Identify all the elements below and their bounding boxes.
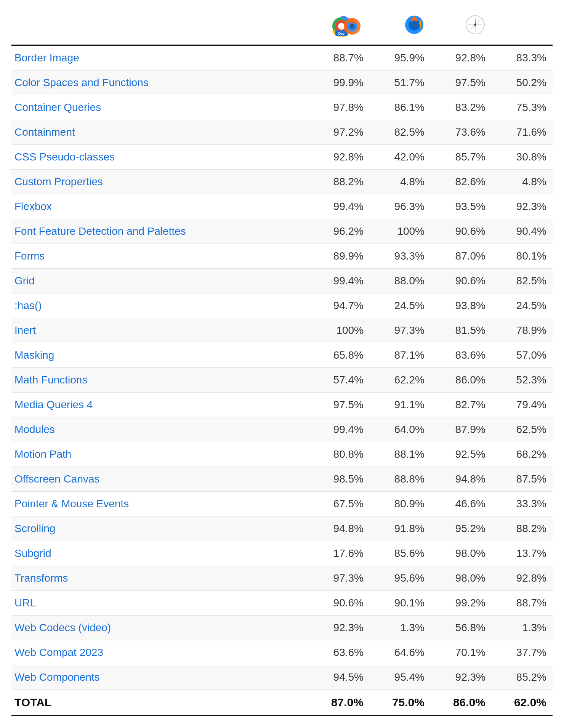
row-chrome-value: 94.5% — [309, 665, 370, 690]
row-safari-value: 99.2% — [431, 591, 492, 616]
row-name[interactable]: Containment — [11, 120, 309, 145]
row-name[interactable]: Web Compat 2023 — [11, 640, 309, 665]
row-firefox-value: 97.3% — [370, 318, 431, 343]
table-row: Inert100%97.3%81.5%78.9% — [11, 318, 553, 343]
row-name[interactable]: Web Codecs (video) — [11, 616, 309, 640]
row-firefox-value: 64.0% — [370, 417, 431, 442]
row-interop-value: 79.4% — [492, 393, 553, 417]
row-interop-value: 57.0% — [492, 343, 553, 368]
row-chrome-value: 90.6% — [309, 591, 370, 616]
svg-text:Dev: Dev — [338, 32, 345, 35]
table-row: Container Queries97.8%86.1%83.2%75.3% — [11, 95, 553, 120]
row-name[interactable]: Subgrid — [11, 541, 309, 566]
row-name[interactable]: Flexbox — [11, 194, 309, 219]
table-row: Color Spaces and Functions99.9%51.7%97.5… — [11, 71, 553, 95]
row-firefox-value: 42.0% — [370, 145, 431, 170]
row-firefox-value: 86.1% — [370, 95, 431, 120]
row-firefox-value: 88.0% — [370, 269, 431, 293]
row-name[interactable]: Transforms — [11, 566, 309, 591]
row-firefox-value: 88.8% — [370, 467, 431, 492]
table-row: URL90.6%90.1%99.2%88.7% — [11, 591, 553, 616]
row-name[interactable]: CSS Pseudo-classes — [11, 145, 309, 170]
row-name[interactable]: Forms — [11, 244, 309, 269]
total-row: TOTAL87.0%75.0%86.0%62.0% — [11, 690, 553, 716]
row-name[interactable]: Border Image — [11, 45, 309, 71]
table-row: Web Codecs (video)92.3%1.3%56.8%1.3% — [11, 616, 553, 640]
row-chrome-value: 99.9% — [309, 71, 370, 95]
row-name[interactable]: Color Spaces and Functions — [11, 71, 309, 95]
row-interop-value: 37.7% — [492, 640, 553, 665]
row-interop-value: 88.7% — [492, 591, 553, 616]
row-chrome-value: 99.4% — [309, 417, 370, 442]
table-row: Custom Properties88.2%4.8%82.6%4.8% — [11, 170, 553, 194]
row-interop-value: 52.3% — [492, 368, 553, 393]
row-firefox-value: 90.1% — [370, 591, 431, 616]
row-name[interactable]: Grid — [11, 269, 309, 293]
row-name[interactable]: Scrolling — [11, 516, 309, 541]
table-row: Grid99.4%88.0%90.6%82.5% — [11, 269, 553, 293]
row-interop-value: 24.5% — [492, 293, 553, 318]
table-row: Pointer & Mouse Events67.5%80.9%46.6%33.… — [11, 492, 553, 516]
row-interop-value: 68.2% — [492, 442, 553, 467]
total-interop-value: 62.0% — [492, 690, 553, 716]
row-interop-value: 87.5% — [492, 467, 553, 492]
row-safari-value: 70.1% — [431, 640, 492, 665]
row-safari-value: 93.8% — [431, 293, 492, 318]
row-chrome-value: 97.3% — [309, 566, 370, 591]
row-safari-value: 98.0% — [431, 541, 492, 566]
row-name[interactable]: Custom Properties — [11, 170, 309, 194]
table-row: CSS Pseudo-classes92.8%42.0%85.7%30.8% — [11, 145, 553, 170]
column-header-firefox — [370, 8, 431, 45]
row-firefox-value: 51.7% — [370, 71, 431, 95]
table-row: Scrolling94.8%91.8%95.2%88.2% — [11, 516, 553, 541]
row-name[interactable]: Masking — [11, 343, 309, 368]
row-interop-value: 83.3% — [492, 45, 553, 71]
row-interop-value: 92.8% — [492, 566, 553, 591]
row-firefox-value: 80.9% — [370, 492, 431, 516]
row-name[interactable]: Offscreen Canvas — [11, 467, 309, 492]
row-name[interactable]: Media Queries 4 — [11, 393, 309, 417]
row-name[interactable]: Math Functions — [11, 368, 309, 393]
safari-icon — [465, 14, 485, 35]
row-interop-value: 1.3% — [492, 616, 553, 640]
row-firefox-value: 1.3% — [370, 616, 431, 640]
row-name[interactable]: Font Feature Detection and Palettes — [11, 219, 309, 244]
row-chrome-value: 97.2% — [309, 120, 370, 145]
row-safari-value: 94.8% — [431, 467, 492, 492]
total-firefox-value: 75.0% — [370, 690, 431, 716]
row-name[interactable]: Inert — [11, 318, 309, 343]
row-name[interactable]: Motion Path — [11, 442, 309, 467]
row-name[interactable]: Web Components — [11, 665, 309, 690]
row-name[interactable]: Modules — [11, 417, 309, 442]
row-interop-value: 78.9% — [492, 318, 553, 343]
column-header-safari — [431, 8, 492, 45]
row-name[interactable]: Pointer & Mouse Events — [11, 492, 309, 516]
row-safari-value: 92.3% — [431, 665, 492, 690]
row-chrome-value: 97.8% — [309, 95, 370, 120]
row-chrome-value: 80.8% — [309, 442, 370, 467]
row-safari-value: 92.8% — [431, 45, 492, 71]
firefox-icon — [404, 14, 425, 35]
svg-point-18 — [474, 24, 476, 26]
row-chrome-value: 94.8% — [309, 516, 370, 541]
row-firefox-value: 88.1% — [370, 442, 431, 467]
row-interop-value: 13.7% — [492, 541, 553, 566]
table-row: Flexbox99.4%96.3%93.5%92.3% — [11, 194, 553, 219]
table-row: Masking65.8%87.1%83.6%57.0% — [11, 343, 553, 368]
row-firefox-value: 93.3% — [370, 244, 431, 269]
row-safari-value: 87.0% — [431, 244, 492, 269]
row-chrome-value: 100% — [309, 318, 370, 343]
row-name[interactable]: Container Queries — [11, 95, 309, 120]
row-interop-value: 71.6% — [492, 120, 553, 145]
row-interop-value: 88.2% — [492, 516, 553, 541]
row-interop-value: 75.3% — [492, 95, 553, 120]
row-name[interactable]: :has() — [11, 293, 309, 318]
row-name[interactable]: URL — [11, 591, 309, 616]
row-safari-value: 98.0% — [431, 566, 492, 591]
row-chrome-value: 98.5% — [309, 467, 370, 492]
row-safari-value: 87.9% — [431, 417, 492, 442]
table-row: Containment97.2%82.5%73.6%71.6% — [11, 120, 553, 145]
row-safari-value: 90.6% — [431, 219, 492, 244]
row-firefox-value: 100% — [370, 219, 431, 244]
row-safari-value: 92.5% — [431, 442, 492, 467]
